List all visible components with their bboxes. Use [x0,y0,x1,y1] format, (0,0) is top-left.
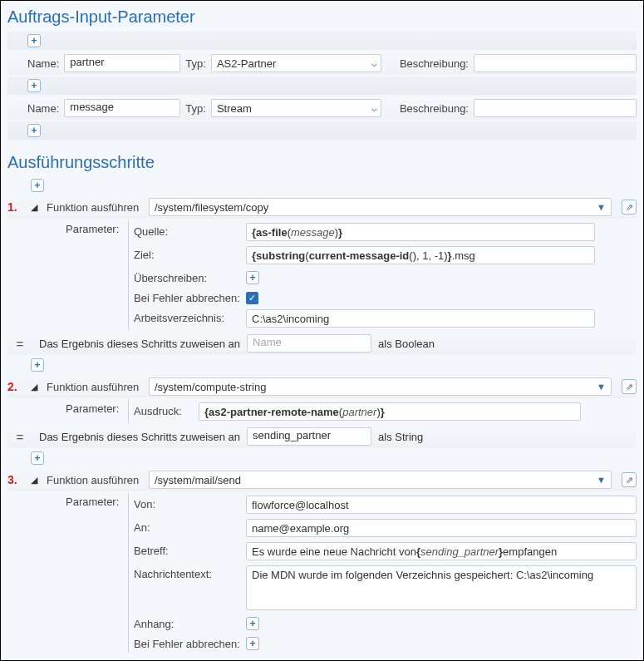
collapse-icon[interactable]: ◢ [31,476,40,485]
plus-icon[interactable]: + [27,124,41,137]
fail-label: Bei Fehler abbrechen: [134,289,246,304]
result-suffix: als Boolean [378,338,435,350]
checkbox-checked[interactable]: ✓ [246,292,258,304]
to-label: An: [134,519,246,534]
to-value[interactable]: name@example.org [246,519,637,537]
step-header: 3. ◢ Funktion ausführen /system/mail/sen… [7,468,637,491]
result-name-input[interactable]: Name [247,334,371,353]
step-marker: 2. [7,380,24,393]
step-header: 1. ◢ Funktion ausführen /system/filesyst… [7,195,637,219]
input-params-title: Auftrags-Input-Parameter [7,7,637,27]
equals-icon: = [7,430,32,444]
chevron-down-icon: ⌵ [371,103,377,114]
param-name-input[interactable]: message [64,99,180,117]
body-value[interactable]: Die MDN wurde im folgenden Verzeichnis g… [246,565,637,610]
subj-value[interactable]: Es wurde eine neue Nachricht von {sendin… [246,542,637,560]
parameter-label: Parameter: [66,493,128,653]
collapse-icon[interactable]: ◢ [31,203,40,212]
fail-label: Bei Fehler abbrechen: [134,635,246,650]
expr-value[interactable]: {as2-partner-remote-name(partner)} [199,402,581,421]
wd-label: Arbeitsverzeichnis: [134,309,246,324]
chevron-down-icon[interactable]: ▼ [597,475,611,485]
parameter-label: Parameter: [66,220,128,330]
add-param-row-top[interactable]: + [7,32,637,50]
attach-label: Anhang: [134,615,246,630]
type-label: Typ: [185,102,206,115]
function-selector[interactable]: /system/filesystem/copy ▼ [149,198,612,216]
add-param-row[interactable]: + [7,76,637,95]
dst-label: Ziel: [134,246,246,261]
param-name-input[interactable]: partner [64,54,180,72]
exec-steps-title: Ausführungsschritte [7,153,637,172]
name-label: Name: [27,57,59,70]
equals-icon: = [7,337,32,351]
chevron-down-icon[interactable]: ▼ [597,382,611,392]
plus-icon[interactable]: + [246,637,259,650]
plus-icon[interactable]: + [31,179,44,192]
plus-icon[interactable]: + [31,451,44,465]
step-result-row: = Das Ergebnis dieses Schritts zuweisen … [7,332,637,355]
collapse-icon[interactable]: ◢ [31,382,40,392]
step-header: 2. ◢ Funktion ausführen /system/compute-… [7,375,637,398]
add-step-row[interactable]: + [7,177,637,194]
result-suffix: als String [378,431,423,443]
type-label: Typ: [185,57,206,70]
desc-label: Beschreibung: [400,57,469,70]
wd-value[interactable]: C:\as2\incoming [246,309,595,328]
plus-icon[interactable]: + [246,617,259,630]
exec-function-label: Funktion ausführen [47,201,142,214]
plus-icon[interactable]: + [31,358,44,372]
exec-function-label: Funktion ausführen [47,474,142,486]
plus-icon[interactable]: + [27,34,41,47]
add-step-row[interactable]: + [7,450,637,466]
step-marker: 3. [7,473,24,486]
result-name-input[interactable]: sending_partner [247,427,371,446]
subj-label: Betreff: [134,542,246,557]
desc-label: Beschreibung: [400,102,469,115]
param-desc-input[interactable] [474,99,637,117]
function-selector[interactable]: /system/mail/send ▼ [149,471,612,489]
from-value[interactable]: flowforce@localhost [246,496,637,514]
dst-value[interactable]: {substring(current-message-id(), 1, -1)}… [246,246,595,264]
overwrite-label: Überschreiben: [134,269,246,284]
step-result-row: = Das Ergebnis dieses Schritts zuweisen … [7,425,637,448]
function-selector[interactable]: /system/compute-string ▼ [149,377,612,396]
chevron-down-icon[interactable]: ▼ [597,202,611,212]
chevron-down-icon: ⌵ [371,58,377,69]
result-prefix: Das Ergebnis dieses Schritts zuweisen an [39,338,240,350]
param-type-select[interactable]: Stream⌵ [211,99,381,117]
input-param-row: Name: message Typ: Stream⌵ Beschreibung: [7,96,637,120]
param-type-select[interactable]: AS2-Partner⌵ [211,54,381,72]
plus-icon[interactable]: + [27,79,41,92]
open-link-icon[interactable]: ⇗ [622,379,637,394]
step-marker: 1. [7,200,24,214]
result-prefix: Das Ergebnis dieses Schritts zuweisen an [39,431,240,443]
plus-icon[interactable]: + [246,271,259,284]
add-step-row[interactable]: + [7,357,637,373]
add-param-row[interactable]: + [7,121,637,140]
open-link-icon[interactable]: ⇗ [622,200,637,215]
name-label: Name: [27,102,59,115]
input-param-row: Name: partner Typ: AS2-Partner⌵ Beschrei… [7,52,637,75]
parameter-label: Parameter: [66,400,128,423]
expr-label: Ausdruck: [134,402,199,417]
from-label: Von: [134,496,246,511]
src-label: Quelle: [134,223,246,238]
open-link-icon[interactable]: ⇗ [622,472,637,487]
body-label: Nachrichtentext: [134,565,246,580]
exec-function-label: Funktion ausführen [47,381,142,393]
param-desc-input[interactable] [474,54,637,72]
src-value[interactable]: {as-file(message)} [246,223,595,241]
